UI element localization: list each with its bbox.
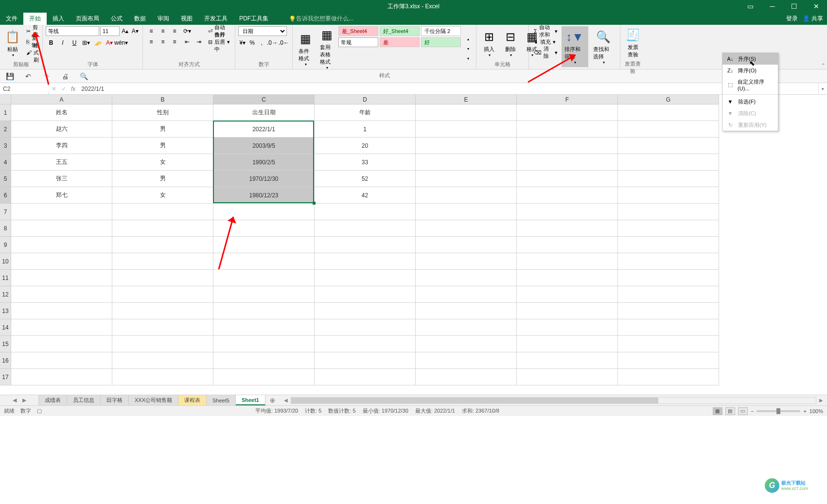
cell[interactable] [315, 237, 416, 253]
ribbon-tab-1[interactable]: 开始 [23, 13, 47, 25]
cell[interactable]: 20 [315, 138, 416, 154]
row-header-15[interactable]: 15 [0, 336, 11, 352]
redo-icon[interactable]: ↷ [42, 71, 52, 81]
align-top-icon[interactable]: ≡ [146, 26, 157, 36]
cell[interactable] [416, 204, 517, 220]
cell[interactable] [618, 270, 719, 286]
row-header-6[interactable]: 6 [0, 187, 11, 204]
scroll-left-icon[interactable]: ◀ [284, 398, 288, 403]
cell[interactable] [213, 319, 315, 336]
enter-formula-icon[interactable]: ✓ [61, 86, 66, 92]
print-preview-icon[interactable]: 🔍 [79, 71, 88, 81]
cancel-formula-icon[interactable]: ✕ [52, 86, 56, 92]
cell[interactable] [517, 253, 618, 270]
cell[interactable] [416, 253, 517, 270]
cell[interactable]: 女 [112, 187, 213, 204]
cell[interactable] [618, 286, 719, 303]
cell[interactable] [11, 286, 112, 303]
ribbon-tab-5[interactable]: 数据 [128, 13, 152, 25]
ribbon-tab-4[interactable]: 公式 [105, 13, 128, 25]
cell[interactable] [618, 303, 719, 319]
increase-decimal-icon[interactable]: .0→ [267, 38, 278, 48]
style-bad[interactable]: 差 [380, 37, 420, 47]
cell[interactable]: 王五 [11, 154, 112, 171]
cell[interactable] [416, 138, 517, 154]
cell[interactable] [416, 220, 517, 237]
cell[interactable] [618, 237, 719, 253]
cell[interactable] [618, 138, 719, 154]
cell[interactable]: 男 [112, 121, 213, 138]
cell[interactable] [416, 237, 517, 253]
row-header-1[interactable]: 1 [0, 104, 11, 121]
cell[interactable] [112, 336, 213, 352]
cell[interactable] [517, 270, 618, 286]
column-header-C[interactable]: C [213, 95, 315, 104]
orientation-icon[interactable]: ⟳▾ [182, 26, 193, 36]
sheet-tab[interactable]: 员工信息 [67, 395, 101, 405]
autosum-button[interactable]: Σ 自动求和 ▾ [532, 26, 560, 36]
sheet-tab[interactable]: Sheet5 [207, 395, 236, 405]
close-button[interactable]: ✕ [805, 0, 827, 13]
column-header-E[interactable]: E [416, 95, 517, 104]
record-macro-icon[interactable]: ▢ [37, 408, 42, 414]
view-page-break-icon[interactable]: ▭ [738, 407, 748, 415]
expand-formula-icon[interactable]: ▾ [818, 83, 827, 94]
cell[interactable] [517, 319, 618, 336]
cell[interactable] [11, 352, 112, 369]
zoom-in-icon[interactable]: + [803, 408, 806, 414]
align-bottom-icon[interactable]: ≡ [169, 26, 180, 36]
ribbon-tab-9[interactable]: PDF工具集 [233, 13, 274, 25]
cell[interactable]: 年龄 [315, 104, 416, 121]
fx-icon[interactable]: fx [71, 86, 75, 92]
sheet-tab[interactable]: 成绩表 [39, 395, 67, 405]
style-good-sheet4[interactable]: 好_Sheet4 [380, 26, 420, 36]
save-icon[interactable]: 💾 [5, 71, 15, 81]
currency-icon[interactable]: ¥▾ [238, 38, 247, 48]
align-right-icon[interactable]: ≡ [169, 37, 180, 47]
cell[interactable] [517, 237, 618, 253]
cell[interactable] [517, 187, 618, 204]
maximize-button[interactable]: ☐ [783, 0, 805, 13]
spreadsheet-grid[interactable]: ABCDEFG 1234567891011121314151617 姓名性别出生… [0, 95, 827, 395]
cell[interactable] [112, 286, 213, 303]
phonetic-icon[interactable]: wén▾ [116, 38, 126, 48]
table-format-button[interactable]: ▦ 套用 表格格式▾ [317, 26, 336, 71]
decrease-font-icon[interactable]: A▾ [131, 26, 140, 36]
format-painter-button[interactable]: 🖌 格式刷 [24, 48, 41, 57]
increase-font-icon[interactable]: A▴ [121, 26, 130, 36]
cell[interactable]: 2022/1/1 [213, 121, 315, 138]
style-scroll-down-icon[interactable]: ▾ [463, 44, 474, 53]
cell[interactable] [112, 319, 213, 336]
cell[interactable]: 1980/12/23 [213, 187, 315, 204]
cell[interactable]: 女 [112, 154, 213, 171]
cell[interactable] [112, 270, 213, 286]
cell[interactable] [315, 253, 416, 270]
column-header-D[interactable]: D [315, 95, 416, 104]
row-header-2[interactable]: 2 [0, 121, 11, 138]
style-more-icon[interactable]: ▾ [463, 53, 474, 63]
column-header-A[interactable]: A [11, 95, 112, 104]
paste-button[interactable]: 📋 粘贴 ▾ [3, 26, 22, 60]
cell[interactable] [618, 352, 719, 369]
invoice-check-button[interactable]: 🧾 发票 查验 [623, 26, 643, 59]
border-icon[interactable]: ⊞▾ [81, 38, 91, 48]
style-normal[interactable]: 常规 [338, 37, 378, 47]
font-color-icon[interactable]: A▾ [104, 38, 115, 48]
cell[interactable] [213, 303, 315, 319]
decrease-decimal-icon[interactable]: .0← [279, 38, 289, 48]
ribbon-tab-0[interactable]: 文件 [0, 13, 23, 25]
cell[interactable] [517, 204, 618, 220]
row-header-14[interactable]: 14 [0, 319, 11, 336]
cell[interactable] [11, 369, 112, 385]
cell[interactable] [11, 204, 112, 220]
row-header-9[interactable]: 9 [0, 237, 11, 253]
sheet-nav-prev-icon[interactable]: ◀ [13, 397, 17, 403]
zoom-value[interactable]: 100% [809, 408, 823, 414]
cell[interactable] [213, 369, 315, 385]
cell[interactable]: 1970/12/30 [213, 171, 315, 187]
row-header-8[interactable]: 8 [0, 220, 11, 237]
comma-icon[interactable]: , [257, 38, 266, 48]
sheet-tab[interactable]: 课程表 [178, 395, 207, 405]
cell[interactable]: 52 [315, 171, 416, 187]
fill-handle[interactable] [313, 202, 316, 205]
